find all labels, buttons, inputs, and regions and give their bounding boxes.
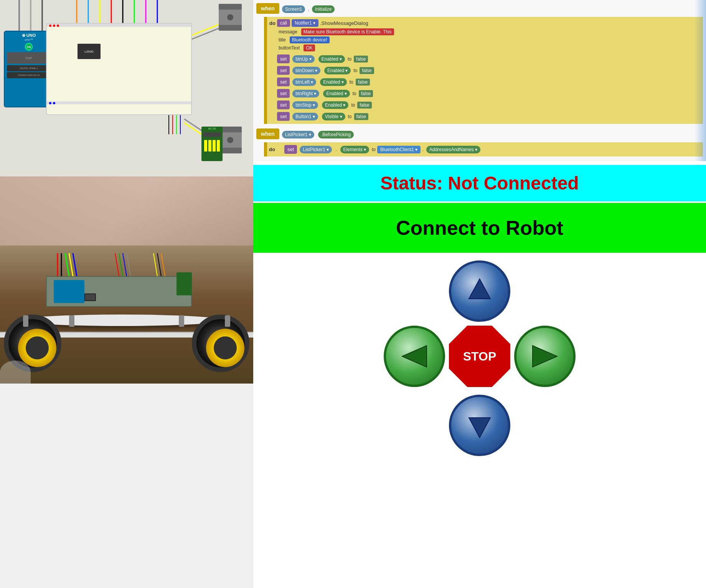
hc05-module: HC-05 [201, 127, 223, 161]
bt-pill: BluetoothClient1 ▾ [377, 146, 421, 153]
false-val4: false [359, 90, 373, 97]
right-panel: when Screen1 . Initialize do call Notifi… [253, 0, 706, 588]
left-panel: ⊕ UNO uno™ ON ICSP DIGITAL (PWM~) POWER … [0, 0, 253, 588]
circuit-diagram: ⊕ UNO uno™ ON ICSP DIGITAL (PWM~) POWER … [0, 0, 253, 176]
left-bottom-space [0, 384, 253, 588]
addresses-pill: AddressesAndNames ▾ [426, 146, 480, 153]
edge-overflow-indicator [694, 0, 706, 161]
btnup-pill: btnUp ▾ [292, 55, 314, 63]
status-bar: Status: Not Connected [253, 165, 706, 201]
enabled-pill4: Enabled ▾ [323, 90, 350, 97]
elements-pill: Elements ▾ [340, 146, 369, 153]
false-val6: false [354, 113, 368, 120]
enabled-pill2: Enabled ▾ [324, 67, 351, 74]
initialize-pill: Initialize [312, 5, 335, 13]
down-button[interactable] [449, 395, 510, 456]
svg-marker-41 [533, 346, 557, 367]
svg-line-29 [65, 253, 69, 276]
when-keyword: when [256, 3, 279, 14]
show-method: .ShowMessageDialog [320, 20, 368, 26]
visible-pill: Visible ▾ [322, 113, 345, 120]
set-btndown: set [277, 66, 290, 75]
false-val5: false [357, 102, 371, 109]
false-val2: false [360, 67, 374, 74]
call-block: call [277, 19, 290, 27]
svg-line-31 [73, 253, 77, 276]
buttontext-value: OK [304, 44, 315, 51]
enabled-pill3: Enabled ▾ [320, 78, 346, 86]
controls-area: STOP [253, 253, 706, 588]
to-keyword: to [348, 56, 351, 62]
left-button[interactable] [384, 326, 445, 387]
up-button[interactable] [449, 260, 510, 322]
enabled-pill5: Enabled ▾ [322, 101, 348, 109]
beforepicking-block-section: when ListPicker1 ▾ .BeforePicking do set… [256, 128, 703, 156]
svg-line-38 [161, 253, 165, 276]
enabled-pill: Enabled ▾ [318, 55, 345, 63]
svg-line-32 [115, 253, 119, 276]
svg-line-37 [157, 253, 161, 276]
right-button[interactable] [514, 326, 576, 387]
svg-line-35 [127, 253, 130, 276]
connect-button-label: Connect to Robot [396, 216, 563, 239]
message-value: Make sure Bluetooth device is Enable. Th… [301, 28, 394, 35]
stop-button[interactable]: STOP [449, 326, 510, 387]
status-text: Status: Not Connected [380, 173, 579, 194]
svg-marker-40 [402, 346, 427, 367]
title-label: title [279, 37, 286, 43]
set-elements: set [284, 145, 297, 154]
when-keyword2: when [256, 128, 279, 139]
message-label: message [279, 29, 297, 35]
svg-line-34 [123, 253, 127, 276]
set-btnstop: set [277, 100, 290, 109]
set-btnup: set [277, 54, 290, 63]
false-val3: false [356, 79, 370, 86]
svg-marker-39 [469, 279, 490, 299]
svg-line-33 [119, 253, 123, 276]
up-button-row [449, 260, 510, 322]
motor-top [219, 4, 242, 31]
set-btnleft: set [277, 77, 290, 86]
notifier-block: Notifier1 ▾ [292, 19, 318, 27]
btndown-pill: btnDown ▾ [292, 67, 320, 74]
do-keyword: do [269, 20, 275, 26]
down-button-row [449, 391, 510, 456]
set-btnright: set [277, 89, 290, 98]
listpicker1-elem-pill: ListPicker1 ▾ [300, 146, 332, 153]
code-blocks-area: when Screen1 . Initialize do call Notifi… [253, 0, 706, 161]
stop-label: STOP [463, 349, 497, 364]
btnleft-pill: btnLeft ▾ [292, 78, 316, 86]
middle-button-row: STOP [384, 326, 576, 387]
connect-button[interactable]: Connect to Robot [253, 203, 706, 253]
title-value: Bluetooth device! [290, 36, 330, 43]
btnstop-pill: btnStop ▾ [292, 101, 318, 109]
svg-line-36 [153, 253, 157, 276]
buttontext-label: buttonText [279, 45, 300, 51]
initialize-block-section: when Screen1 . Initialize do call Notifi… [256, 3, 703, 124]
breadboard: L293D [46, 23, 192, 115]
button1-pill: Button1 ▾ [292, 113, 318, 120]
svg-line-30 [69, 253, 73, 276]
svg-marker-42 [469, 418, 490, 438]
listpicker1-pill: ListPicker1 ▾ [282, 131, 314, 138]
false-val: false [354, 56, 368, 63]
screen1-pill: Screen1 [282, 5, 305, 13]
set-button1: set [277, 112, 290, 121]
robot-photo [0, 176, 253, 384]
btnright-pill: btnRight ▾ [292, 90, 319, 97]
beforepicking-pill: .BeforePicking [318, 131, 354, 138]
